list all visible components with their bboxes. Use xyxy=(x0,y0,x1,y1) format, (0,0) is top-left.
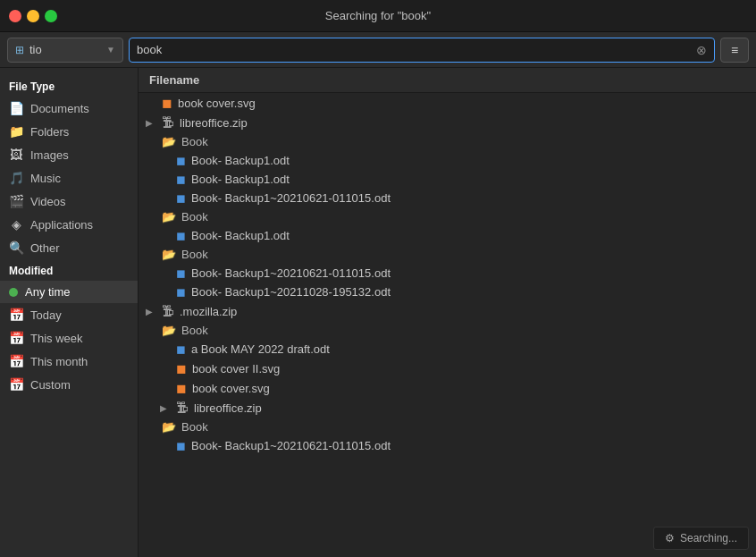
table-row[interactable]: ▶ 🗜 libreoffice.zip xyxy=(139,398,756,418)
sidebar-label-anytime: Any time xyxy=(25,285,71,299)
odt-file-icon: ◼ xyxy=(176,154,186,167)
odt-file-icon: ◼ xyxy=(176,173,186,186)
location-dropdown[interactable]: ⊞ tio ▼ xyxy=(7,38,123,63)
archive-file-icon: 🗜 xyxy=(162,304,174,318)
filename: book cover.svg xyxy=(192,382,270,395)
foldername: Book xyxy=(181,420,208,434)
location-icon: ⊞ xyxy=(15,44,24,56)
table-row[interactable]: ◼ Book- Backup1.odt xyxy=(139,226,756,245)
status-label: Searching... xyxy=(680,532,737,544)
table-row[interactable]: ◼ Book- Backup1~20211028-195132.odt xyxy=(139,283,756,301)
table-row[interactable]: ▶ 🗜 .mozilla.zip xyxy=(139,301,756,321)
sidebar-item-music[interactable]: 🎵 Music xyxy=(0,166,138,190)
folder-icon: 📂 xyxy=(162,135,176,148)
sidebar-item-custom[interactable]: 📅 Custom xyxy=(0,373,138,396)
filename: Book- Backup1~20210621-011015.odt xyxy=(191,266,391,280)
custom-icon: 📅 xyxy=(9,377,23,392)
filename: Book- Backup1.odt xyxy=(191,173,290,186)
table-row[interactable]: ◼ book cover II.svg xyxy=(139,359,756,378)
sidebar-label-thisweek: This week xyxy=(30,332,83,345)
expand-icon[interactable]: ▶ xyxy=(146,118,156,128)
status-bar: ⚙ Searching... xyxy=(653,527,749,550)
gear-icon: ⚙ xyxy=(665,532,675,544)
sidebar-item-this-week[interactable]: 📅 This week xyxy=(0,326,138,350)
table-row[interactable]: 📂 Book xyxy=(139,245,756,264)
table-row[interactable]: ◼ a Book MAY 2022 draft.odt xyxy=(139,340,756,359)
table-row[interactable]: ◼ book cover.svg xyxy=(139,93,756,113)
sidebar-item-images[interactable]: 🖼 Images xyxy=(0,143,138,166)
filename: libreoffice.zip xyxy=(194,401,262,415)
filename: Book- Backup1.odt xyxy=(191,229,290,242)
today-icon: 📅 xyxy=(9,308,23,322)
images-icon: 🖼 xyxy=(9,148,23,162)
folder-icon: 📂 xyxy=(162,210,176,224)
sidebar-label-today: Today xyxy=(30,308,62,322)
folder-icon: 📂 xyxy=(162,248,176,261)
folders-icon: 📁 xyxy=(9,124,23,139)
sidebar-item-applications[interactable]: ◈ Applications xyxy=(0,213,138,236)
expand-icon[interactable]: ▶ xyxy=(146,307,156,316)
sidebar-label-videos: Videos xyxy=(30,195,66,208)
odt-file-icon: ◼ xyxy=(176,229,186,242)
table-row[interactable]: 📂 Book xyxy=(139,418,756,436)
sidebar-label-documents: Documents xyxy=(30,102,89,115)
music-icon: 🎵 xyxy=(9,171,23,185)
odt-file-icon: ◼ xyxy=(176,285,186,299)
filename: libreoffice.zip xyxy=(180,116,248,130)
thisweek-icon: 📅 xyxy=(9,331,23,345)
sidebar-label-thismonth: This month xyxy=(30,355,88,368)
table-row[interactable]: ◼ Book- Backup1.odt xyxy=(139,151,756,170)
folder-icon: 📂 xyxy=(162,420,176,434)
sidebar-label-folders: Folders xyxy=(30,125,69,139)
odt-file-icon: ◼ xyxy=(176,266,186,280)
filename: a Book MAY 2022 draft.odt xyxy=(191,342,330,356)
sidebar-item-this-month[interactable]: 📅 This month xyxy=(0,350,138,373)
table-row[interactable]: 📂 Book xyxy=(139,132,756,151)
sidebar-item-videos[interactable]: 🎬 Videos xyxy=(0,190,138,213)
other-icon: 🔍 xyxy=(9,241,23,255)
sidebar-label-music: Music xyxy=(30,172,61,185)
table-row[interactable]: 📂 Book xyxy=(139,321,756,340)
svg-file-icon: ◼ xyxy=(176,381,187,395)
documents-icon: 📄 xyxy=(9,101,23,115)
menu-button[interactable]: ≡ xyxy=(720,38,749,63)
table-row[interactable]: ◼ Book- Backup1.odt xyxy=(139,170,756,189)
table-row[interactable]: ◼ book cover.svg xyxy=(139,378,756,398)
search-clear-icon[interactable]: ⊗ xyxy=(696,43,707,57)
foldername: Book xyxy=(181,324,208,337)
svg-file-icon: ◼ xyxy=(176,361,187,376)
expand-icon[interactable]: ▶ xyxy=(160,403,171,413)
table-row[interactable]: ▶ 🗜 libreoffice.zip xyxy=(139,113,756,132)
toolbar: ⊞ tio ▼ ⊗ ≡ xyxy=(0,32,756,68)
table-row[interactable]: ◼ Book- Backup1~20210621-011015.odt xyxy=(139,436,756,455)
minimize-button[interactable] xyxy=(27,10,39,22)
modified-label: Modified xyxy=(0,259,138,281)
sidebar-item-documents[interactable]: 📄 Documents xyxy=(0,97,138,120)
file-list-pane: Filename ◼ book cover.svg ▶ 🗜 libreoffic… xyxy=(139,68,756,557)
table-row[interactable]: 📂 Book xyxy=(139,207,756,226)
foldername: Book xyxy=(181,210,208,224)
table-row[interactable]: ◼ Book- Backup1~20210621-011015.odt xyxy=(139,264,756,283)
filename: Book- Backup1~20210621-011015.odt xyxy=(191,191,391,205)
title-bar: Searching for "book" xyxy=(0,0,756,32)
sidebar-item-anytime[interactable]: Any time xyxy=(0,281,138,303)
table-row[interactable]: ◼ Book- Backup1~20210621-011015.odt xyxy=(139,189,756,207)
foldername: Book xyxy=(181,248,208,261)
videos-icon: 🎬 xyxy=(9,194,23,208)
odt-file-icon: ◼ xyxy=(176,439,186,452)
window-controls[interactable] xyxy=(9,10,57,22)
maximize-button[interactable] xyxy=(45,10,57,22)
sidebar-item-today[interactable]: 📅 Today xyxy=(0,303,138,326)
main-content: File Type 📄 Documents 📁 Folders 🖼 Images… xyxy=(0,68,756,557)
close-button[interactable] xyxy=(9,10,21,22)
sidebar-item-other[interactable]: 🔍 Other xyxy=(0,236,138,259)
sidebar-label-applications: Applications xyxy=(30,218,93,232)
filename: book cover II.svg xyxy=(192,362,280,376)
odt-file-icon: ◼ xyxy=(176,342,186,356)
sidebar-label-custom: Custom xyxy=(30,378,71,392)
file-type-label: File Type xyxy=(0,75,138,97)
sidebar-item-folders[interactable]: 📁 Folders xyxy=(0,120,138,143)
search-input[interactable] xyxy=(137,43,696,56)
sidebar-label-images: Images xyxy=(30,148,69,162)
search-bar: ⊗ xyxy=(129,38,715,63)
